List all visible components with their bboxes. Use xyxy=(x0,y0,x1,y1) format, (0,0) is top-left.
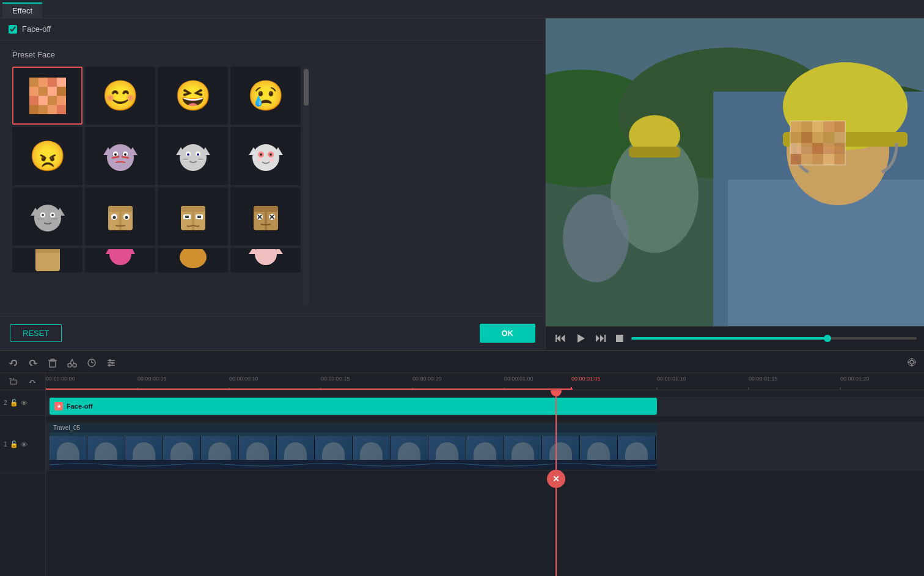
svg-rect-116 xyxy=(834,154,845,165)
svg-rect-61 xyxy=(192,206,194,230)
main-area: Face-off Preset Face xyxy=(0,18,924,350)
emoji-mosaic[interactable] xyxy=(12,67,82,125)
timeline-settings-button[interactable] xyxy=(907,357,917,367)
emoji-grid-scrollbar[interactable] xyxy=(303,67,309,306)
track-eye-1[interactable]: 👁 xyxy=(21,441,28,448)
timecode-7: 00:00:01:10 xyxy=(657,376,686,382)
svg-rect-1 xyxy=(38,78,48,87)
svg-rect-113 xyxy=(801,154,812,165)
video-frame-svg xyxy=(546,18,924,326)
emoji-angry[interactable]: 😠 xyxy=(12,127,82,185)
ok-button[interactable]: OK xyxy=(480,324,536,343)
emoji-happy[interactable]: 😊 xyxy=(85,67,155,125)
svg-point-58 xyxy=(125,216,128,219)
play-button[interactable] xyxy=(573,332,588,345)
svg-rect-5 xyxy=(38,87,48,96)
emoji-partial1[interactable] xyxy=(12,248,82,272)
video-preview-panel xyxy=(546,18,924,350)
emoji-partial4[interactable] xyxy=(230,248,301,272)
svg-rect-68 xyxy=(265,206,267,230)
bottom-buttons: RESET OK xyxy=(0,316,545,350)
svg-point-23 xyxy=(114,153,117,156)
timecode-8: 00:00:01:15 xyxy=(749,376,778,382)
face-off-bar-icon: ★ xyxy=(54,402,63,410)
playback-controls xyxy=(546,326,924,350)
emoji-box3[interactable] xyxy=(230,188,301,246)
face-off-checkbox[interactable] xyxy=(9,25,17,34)
timeline-toolbar xyxy=(0,351,924,373)
emoji-box2[interactable] xyxy=(158,188,228,246)
emoji-partial3[interactable] xyxy=(158,248,228,272)
emoji-cat3[interactable] xyxy=(230,127,301,185)
svg-point-30 xyxy=(187,153,189,156)
svg-rect-102 xyxy=(790,132,801,143)
skip-back-button[interactable] xyxy=(553,332,568,345)
timecode-4: 00:00:00:20 xyxy=(413,376,442,382)
emoji-angry-cat[interactable] xyxy=(85,127,155,185)
adjust-button[interactable] xyxy=(105,355,117,368)
timeline-ruler: 00:00:00:00 00:00:00:05 00:00:00:10 00:0… xyxy=(46,373,924,390)
progress-bar[interactable] xyxy=(631,337,917,340)
svg-rect-50 xyxy=(38,219,44,219)
svg-rect-98 xyxy=(801,121,812,132)
preset-face-section: Preset Face xyxy=(0,40,545,316)
delete-button[interactable] xyxy=(46,355,59,368)
track-labels: 2 🔓 👁 1 🔓 👁 xyxy=(0,390,46,576)
track-lock-1[interactable]: 🔓 xyxy=(10,440,18,448)
timeline-ruler-row: 00:00:00:00 00:00:00:05 00:00:00:10 00:0… xyxy=(0,373,924,390)
svg-point-81 xyxy=(255,248,277,265)
svg-rect-103 xyxy=(801,132,812,143)
svg-point-42 xyxy=(270,158,274,162)
svg-point-43 xyxy=(34,205,61,231)
svg-point-143 xyxy=(910,360,914,364)
cut-button[interactable] xyxy=(66,355,78,368)
emoji-cat2[interactable] xyxy=(158,127,228,185)
face-off-bar[interactable]: ★ Face-off xyxy=(50,398,657,415)
link-button[interactable] xyxy=(28,377,37,387)
add-track-button[interactable] xyxy=(9,377,18,387)
timeline-tracks-container: 2 🔓 👁 1 🔓 👁 ✕ ★ Face-off xyxy=(0,390,924,576)
emoji-laugh[interactable]: 😆 xyxy=(158,67,228,125)
fast-forward-button[interactable] xyxy=(593,332,608,345)
svg-rect-112 xyxy=(790,154,801,165)
preset-face-label: Preset Face xyxy=(12,50,533,59)
emoji-box1[interactable] xyxy=(85,188,155,246)
svg-point-130 xyxy=(68,363,72,367)
svg-rect-76 xyxy=(35,248,60,253)
video-bar-label: Travel_05 xyxy=(50,423,657,432)
stop-button[interactable] xyxy=(613,333,626,344)
svg-point-141 xyxy=(111,362,114,364)
playhead-x-marker[interactable]: ✕ xyxy=(547,470,565,488)
svg-marker-124 xyxy=(600,335,604,342)
svg-rect-33 xyxy=(198,159,203,159)
history-button[interactable] xyxy=(86,355,98,368)
svg-rect-2 xyxy=(48,78,57,87)
emoji-cat4[interactable] xyxy=(12,188,82,246)
redo-button[interactable] xyxy=(27,355,39,368)
track-number-2: 2 xyxy=(4,399,7,406)
svg-rect-15 xyxy=(57,105,66,114)
svg-rect-6 xyxy=(48,87,57,96)
track-eye-2[interactable]: 👁 xyxy=(21,399,28,407)
svg-rect-14 xyxy=(48,105,57,114)
svg-rect-105 xyxy=(823,132,834,143)
emoji-partial2[interactable] xyxy=(85,248,155,272)
timecode-3: 00:00:00:15 xyxy=(321,376,350,382)
track-lock-2[interactable]: 🔓 xyxy=(10,399,18,407)
svg-point-25 xyxy=(180,144,207,171)
playhead-head xyxy=(551,390,562,396)
svg-rect-127 xyxy=(50,361,56,367)
svg-point-142 xyxy=(108,364,111,366)
reset-button[interactable]: RESET xyxy=(10,324,62,342)
svg-rect-64 xyxy=(185,216,189,218)
emoji-sad[interactable]: 😢 xyxy=(230,67,301,125)
tab-effect[interactable]: Effect xyxy=(2,2,42,18)
svg-rect-108 xyxy=(801,143,812,154)
svg-rect-10 xyxy=(48,96,57,105)
undo-button[interactable] xyxy=(7,355,20,368)
svg-marker-123 xyxy=(596,335,600,342)
emoji-scrollbar-thumb[interactable] xyxy=(304,69,309,106)
track-number-1: 1 xyxy=(4,441,7,448)
svg-point-118 xyxy=(563,194,629,282)
audio-waveform xyxy=(50,460,657,470)
